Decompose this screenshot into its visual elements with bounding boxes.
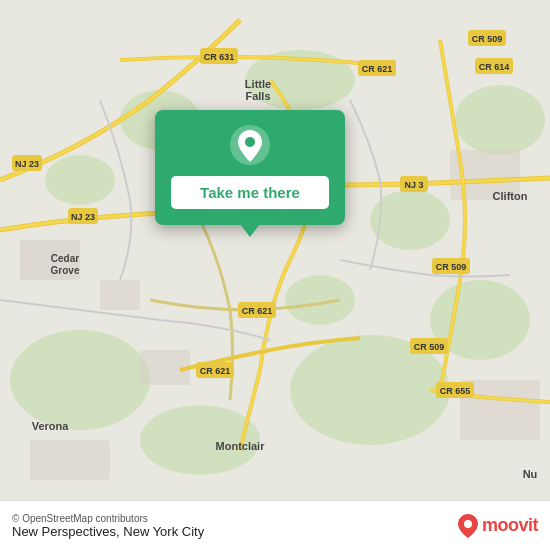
- svg-point-30: [245, 137, 255, 147]
- label-cr614: CR 614: [479, 62, 510, 72]
- bottom-left-info: © OpenStreetMap contributors New Perspec…: [12, 513, 204, 539]
- take-me-there-button[interactable]: Take me there: [171, 176, 329, 209]
- label-cr509-top: CR 509: [472, 34, 503, 44]
- moovit-logo: moovit: [458, 514, 538, 538]
- label-nu: Nu: [523, 468, 538, 480]
- label-cr631: CR 631: [204, 52, 235, 62]
- label-little-falls-2: Falls: [245, 90, 270, 102]
- svg-rect-16: [30, 440, 110, 480]
- label-verona: Verona: [32, 420, 70, 432]
- label-cr621-bot: CR 621: [200, 366, 231, 376]
- label-cr509-mid: CR 509: [436, 262, 467, 272]
- label-cedar-grove: Cedar: [51, 253, 79, 264]
- moovit-label: moovit: [482, 515, 538, 536]
- bottom-bar: © OpenStreetMap contributors New Perspec…: [0, 500, 550, 550]
- label-little-falls: Little: [245, 78, 271, 90]
- label-cr509-bot: CR 509: [414, 342, 445, 352]
- location-name: New Perspectives, New York City: [12, 524, 204, 539]
- location-pin-icon: [229, 124, 271, 166]
- svg-point-31: [464, 520, 472, 528]
- svg-point-1: [10, 330, 150, 430]
- label-clifton: Clifton: [493, 190, 528, 202]
- label-montclair: Montclair: [216, 440, 266, 452]
- label-cr655: CR 655: [440, 386, 471, 396]
- osm-attribution: © OpenStreetMap contributors: [12, 513, 204, 524]
- svg-point-5: [455, 85, 545, 155]
- map-container: CR 631 CR 509 CR 614 NJ 23 CR 621 NJ 3 N…: [0, 0, 550, 500]
- svg-point-10: [285, 275, 355, 325]
- svg-rect-12: [100, 280, 140, 310]
- label-nj23-top: NJ 23: [15, 159, 39, 169]
- label-cedar-grove-2: Grove: [51, 265, 80, 276]
- label-nj23-mid: NJ 23: [71, 212, 95, 222]
- label-cr621-top: CR 621: [362, 64, 393, 74]
- map-svg: CR 631 CR 509 CR 614 NJ 23 CR 621 NJ 3 N…: [0, 0, 550, 500]
- moovit-pin-icon: [458, 514, 478, 538]
- label-cr621-mid: CR 621: [242, 306, 273, 316]
- label-nj3: NJ 3: [404, 180, 423, 190]
- svg-point-8: [45, 155, 115, 205]
- popup: Take me there: [155, 110, 345, 225]
